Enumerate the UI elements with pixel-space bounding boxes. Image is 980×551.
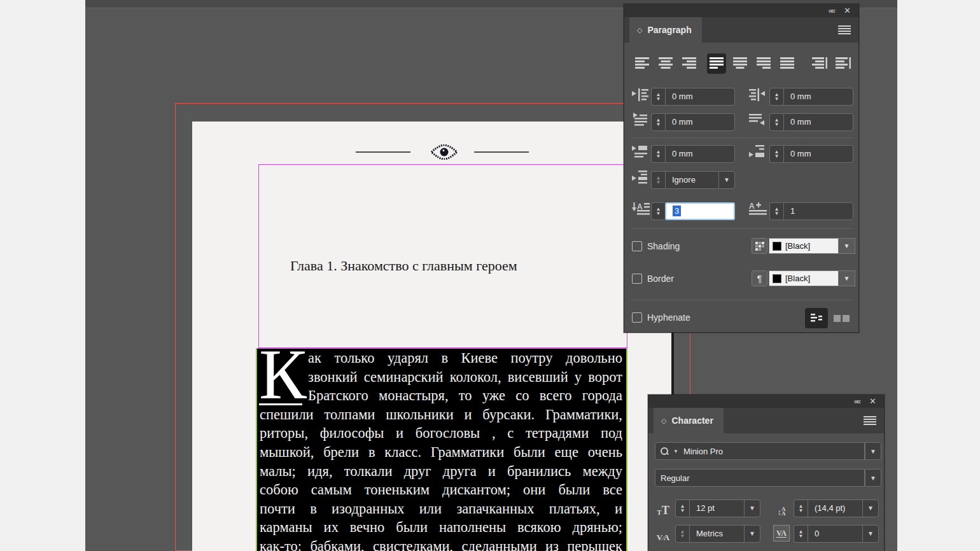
drop-cap-characters-field[interactable]: ▲▼ 1 bbox=[769, 202, 853, 220]
border-checkbox[interactable] bbox=[632, 274, 642, 284]
document-page[interactable]: Глава 1. Знакомство с главным героем К а… bbox=[192, 122, 671, 551]
first-line-indent-stepper[interactable]: ▲▼ bbox=[651, 113, 665, 131]
tracking-stepper[interactable]: ▲▼ bbox=[794, 525, 808, 543]
space-before-stepper[interactable]: ▲▼ bbox=[651, 145, 665, 163]
border-color-swatch bbox=[773, 274, 781, 283]
panel-cycle-icon[interactable]: ◇ bbox=[637, 26, 642, 34]
right-indent-input[interactable]: 0 mm bbox=[783, 88, 853, 106]
justify-all-button[interactable] bbox=[778, 53, 797, 74]
kerning-value[interactable]: Metrics bbox=[689, 525, 744, 543]
space-between-same-style-field[interactable]: ▲▼ Ignore ▼ bbox=[651, 171, 735, 189]
tracking-chevron-icon[interactable]: ▼ bbox=[862, 525, 879, 543]
heading-text-frame[interactable]: Глава 1. Знакомство с главным героем bbox=[258, 164, 627, 348]
space-after-input[interactable]: 0 mm bbox=[783, 145, 853, 163]
border-settings-icon[interactable]: ¶ bbox=[752, 270, 767, 286]
font-size-chevron-icon[interactable]: ▼ bbox=[744, 499, 760, 517]
last-line-right-indent-field[interactable]: ▲▼ 0 mm bbox=[769, 113, 853, 131]
right-indent-field[interactable]: ▲▼ 0 mm bbox=[769, 88, 853, 106]
paragraph-panel-tab-row: ◇ Paragraph bbox=[624, 17, 858, 43]
font-search-icon[interactable] bbox=[661, 447, 668, 455]
shading-color-chevron-icon[interactable]: ▼ bbox=[839, 238, 855, 254]
collapse-panel-icon[interactable]: «« bbox=[854, 396, 860, 407]
tab-character[interactable]: ◇ Character bbox=[654, 408, 724, 433]
left-indent-input[interactable]: 0 mm bbox=[665, 88, 735, 106]
leading-chevron-icon[interactable]: ▼ bbox=[862, 499, 879, 517]
kerning-field[interactable]: ▲▼ Metrics ▼ bbox=[675, 525, 760, 543]
space-between-same-style-stepper[interactable]: ▲▼ bbox=[651, 171, 665, 189]
space-between-same-style-value[interactable]: Ignore bbox=[665, 171, 718, 189]
justify-last-center-button[interactable] bbox=[731, 53, 750, 74]
drop-cap-lines-stepper[interactable]: ▲▼ bbox=[651, 202, 665, 220]
drop-cap-characters-stepper[interactable]: ▲▼ bbox=[769, 202, 783, 220]
space-after-stepper[interactable]: ▲▼ bbox=[769, 145, 783, 163]
panel-cycle-icon[interactable]: ◇ bbox=[661, 417, 666, 425]
hyphenate-checkbox[interactable] bbox=[632, 312, 642, 323]
alignment-button-row bbox=[624, 52, 858, 76]
leading-stepper[interactable]: ▲▼ bbox=[794, 499, 808, 517]
panel-menu-icon[interactable] bbox=[838, 25, 851, 34]
paragraph-direction-ltr-button[interactable] bbox=[805, 308, 828, 328]
last-line-right-indent-input[interactable]: 0 mm bbox=[783, 113, 853, 131]
space-after-icon bbox=[749, 144, 768, 161]
right-indent-stepper[interactable]: ▲▼ bbox=[769, 88, 783, 106]
align-left-button[interactable] bbox=[633, 53, 652, 74]
tracking-value[interactable]: 0 bbox=[808, 525, 862, 543]
border-color-dropdown[interactable]: [Black] ▼ bbox=[769, 270, 855, 286]
drop-cap-lines-input[interactable]: 3 bbox=[665, 202, 735, 220]
space-between-same-style-dropdown-icon[interactable]: ▼ bbox=[718, 171, 735, 189]
paragraph-tab-label: Paragraph bbox=[647, 25, 691, 35]
text-line: почтивизодранныхилизапачканныхплатьях,и bbox=[257, 499, 626, 519]
font-size-stepper[interactable]: ▲▼ bbox=[675, 499, 689, 517]
leading-icon: ↕AA bbox=[773, 499, 790, 516]
kerning-chevron-icon[interactable]: ▼ bbox=[744, 525, 760, 543]
shading-settings-icon[interactable] bbox=[752, 238, 767, 254]
last-line-right-indent-stepper[interactable]: ▲▼ bbox=[769, 113, 783, 131]
font-size-field[interactable]: ▲▼ 12 pt ▼ bbox=[675, 499, 760, 517]
font-family-chevron-icon[interactable]: ▼ bbox=[865, 442, 881, 460]
character-panel-titlebar: «« ✕ bbox=[648, 395, 884, 408]
first-line-indent-field[interactable]: ▲▼ 0 mm bbox=[651, 113, 735, 131]
kerning-icon: V⁄A bbox=[655, 525, 671, 541]
space-before-field[interactable]: ▲▼ 0 mm bbox=[651, 145, 735, 163]
drop-cap-lines-field[interactable]: ▲▼ 3 bbox=[651, 202, 735, 220]
space-after-field[interactable]: ▲▼ 0 mm bbox=[769, 145, 853, 163]
tab-paragraph[interactable]: ◇ Paragraph bbox=[629, 17, 702, 43]
body-text-frame[interactable]: К актолькоударялвКиевепоутрудовольнозвон… bbox=[256, 348, 627, 551]
paragraph-direction-rtl-button[interactable] bbox=[832, 308, 851, 328]
left-indent-icon bbox=[632, 87, 651, 104]
left-indent-stepper[interactable]: ▲▼ bbox=[651, 88, 665, 106]
font-style-dropdown[interactable]: Regular ▼ bbox=[655, 469, 881, 487]
justify-last-left-button[interactable] bbox=[707, 53, 726, 74]
drop-cap-characters-input[interactable]: 1 bbox=[783, 202, 853, 220]
close-panel-icon[interactable]: ✕ bbox=[869, 396, 876, 407]
tracking-field[interactable]: ▲▼ 0 ▼ bbox=[794, 525, 879, 543]
align-away-from-spine-button[interactable] bbox=[834, 53, 853, 74]
font-size-value[interactable]: 12 pt bbox=[689, 499, 744, 517]
align-toward-spine-button[interactable] bbox=[810, 53, 829, 74]
leading-value[interactable]: (14,4 pt) bbox=[808, 499, 862, 517]
align-right-button[interactable] bbox=[680, 53, 699, 74]
align-center-button[interactable] bbox=[656, 53, 675, 74]
border-color-name: [Black] bbox=[785, 274, 810, 283]
space-before-input[interactable]: 0 mm bbox=[665, 145, 735, 163]
first-line-indent-input[interactable]: 0 mm bbox=[665, 113, 735, 131]
left-indent-field[interactable]: ▲▼ 0 mm bbox=[651, 88, 735, 106]
font-style-chevron-icon[interactable]: ▼ bbox=[865, 469, 881, 487]
kerning-stepper[interactable]: ▲▼ bbox=[675, 525, 689, 543]
justify-last-right-button[interactable] bbox=[754, 53, 773, 74]
close-panel-icon[interactable]: ✕ bbox=[844, 6, 851, 16]
drop-cap-lines-selected-value: 3 bbox=[673, 206, 681, 216]
shading-color-swatch bbox=[773, 242, 781, 251]
panel-menu-icon[interactable] bbox=[864, 416, 876, 425]
shading-color-dropdown[interactable]: [Black] ▼ bbox=[769, 238, 855, 254]
leading-field[interactable]: ▲▼ (14,4 pt) ▼ bbox=[794, 499, 879, 517]
font-family-dropdown[interactable]: ▼ Minion Pro ▼ bbox=[655, 442, 881, 460]
font-search-chevron-icon[interactable]: ▼ bbox=[673, 449, 678, 454]
border-color-chevron-icon[interactable]: ▼ bbox=[839, 270, 855, 286]
drop-cap-underline bbox=[259, 403, 302, 405]
text-line: карманыихвечнобылинаполненывсякоюдрянью; bbox=[257, 518, 626, 537]
text-line: Братскогомонастыря,тоужесовсегогорода bbox=[305, 386, 626, 405]
shading-checkbox[interactable] bbox=[632, 241, 642, 251]
paragraph-panel-titlebar: «« ✕ bbox=[624, 4, 858, 17]
collapse-panel-icon[interactable]: «« bbox=[829, 6, 834, 16]
